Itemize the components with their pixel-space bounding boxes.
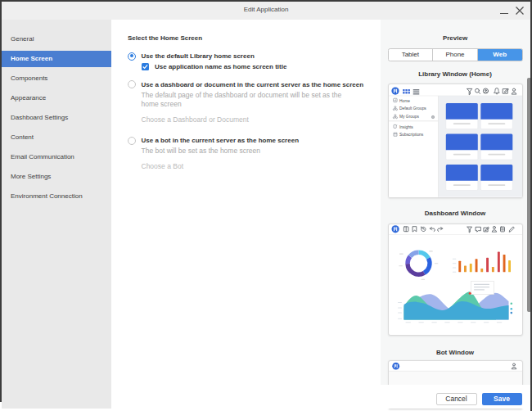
svg-text:My Groups: My Groups (399, 115, 419, 120)
svg-text:Insights: Insights (399, 125, 413, 129)
svg-text:Default Groups: Default Groups (399, 107, 426, 111)
svg-text:Home: Home (399, 99, 410, 103)
svg-text:Subscriptions: Subscriptions (399, 133, 424, 138)
